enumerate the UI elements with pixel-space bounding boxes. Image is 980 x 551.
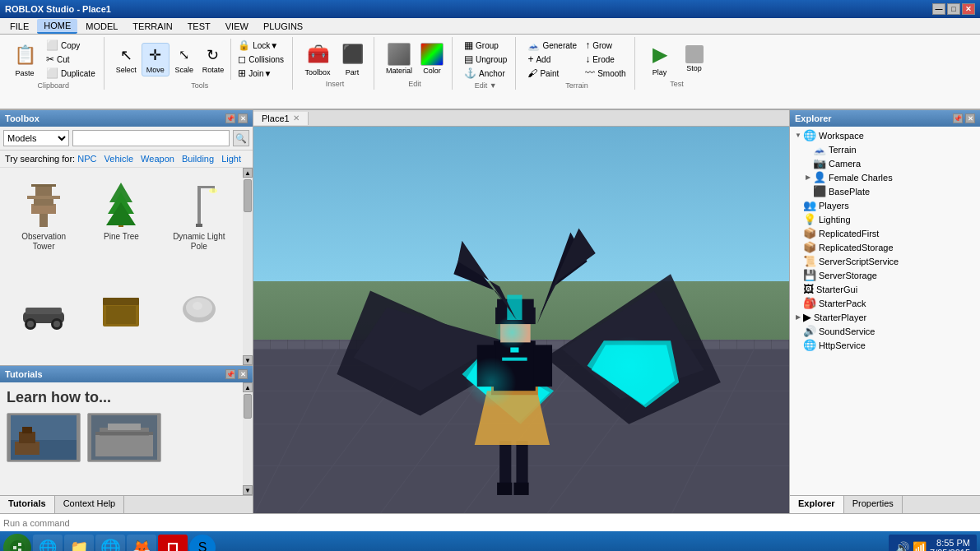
- toolbox-button[interactable]: 🧰 Toolbox: [301, 39, 334, 78]
- tree-camera[interactable]: 📷 Camera: [790, 156, 980, 170]
- search-button[interactable]: 🔍: [233, 130, 249, 146]
- grow-button[interactable]: ↑ Grow: [582, 39, 629, 52]
- toolbox-item-pine-tree[interactable]: Pine Tree: [84, 174, 158, 275]
- suggestion-weapon[interactable]: Weapon: [141, 154, 174, 164]
- toolbox-scrollbar[interactable]: ▲ ▼: [243, 168, 253, 365]
- menu-file[interactable]: FILE: [3, 20, 35, 33]
- tray-network-icon[interactable]: 📶: [913, 541, 927, 551]
- toolbox-item-light-pole[interactable]: Dynamic Light Pole: [162, 174, 236, 275]
- copy-button[interactable]: ⬜ Copy: [43, 39, 99, 52]
- suggestion-building[interactable]: Building: [182, 154, 214, 164]
- play-button[interactable]: ▶ Play: [643, 39, 676, 78]
- color-button[interactable]: Color: [417, 41, 447, 76]
- lock-button[interactable]: 🔒 Lock▼: [235, 39, 287, 52]
- tree-http-service[interactable]: 🌐 HttpService: [790, 338, 980, 352]
- tree-replicated-storage[interactable]: 📦 ReplicatedStorage: [790, 240, 980, 254]
- chrome-button[interactable]: 🌐: [95, 535, 125, 551]
- stop-button[interactable]: Stop: [678, 44, 711, 74]
- tree-lighting[interactable]: 💡 Lighting: [790, 212, 980, 226]
- explorer-tab-properties[interactable]: Properties: [844, 496, 903, 513]
- menu-plugins[interactable]: PLUGINS: [257, 20, 309, 33]
- tree-players[interactable]: 👥 Players: [790, 198, 980, 212]
- start-button[interactable]: [3, 534, 31, 551]
- menu-model[interactable]: MODEL: [79, 20, 124, 33]
- explorer-tab-explorer[interactable]: Explorer: [790, 496, 844, 513]
- tray-sound-icon[interactable]: 🔊: [895, 541, 909, 551]
- toolbox-close-button[interactable]: ✕: [238, 113, 248, 123]
- file-explorer-button[interactable]: 📁: [64, 535, 94, 551]
- material-button[interactable]: Material: [383, 41, 416, 76]
- close-button[interactable]: ✕: [962, 3, 975, 15]
- tree-female-charles[interactable]: ▶ 👤 Female Charles: [790, 170, 980, 184]
- viewport-tab-close[interactable]: ✕: [293, 113, 300, 123]
- part-button[interactable]: ⬛ Part: [336, 39, 369, 78]
- toolbox-item-4[interactable]: [7, 278, 81, 359]
- tutorials-pin-button[interactable]: 📌: [225, 369, 235, 379]
- generate-button[interactable]: 🗻 Generate: [524, 39, 580, 52]
- toolbox-item-5[interactable]: [84, 278, 158, 359]
- explorer-pin-button[interactable]: 📌: [953, 113, 963, 123]
- explorer-close-button[interactable]: ✕: [965, 113, 975, 123]
- ie-button[interactable]: 🌐: [33, 535, 63, 551]
- join-button[interactable]: ⊞ Join▼: [235, 67, 287, 80]
- paste-button[interactable]: 📋 Paste: [8, 40, 41, 79]
- tree-server-storage[interactable]: 💾 ServerStorage: [790, 268, 980, 282]
- tab-tutorials[interactable]: Tutorials: [0, 496, 55, 513]
- tut-scroll-down[interactable]: ▼: [243, 485, 253, 495]
- suggestion-light[interactable]: Light: [221, 154, 241, 164]
- smooth-button[interactable]: 〰 Smooth: [582, 67, 629, 80]
- model-dropdown[interactable]: Models Decals Audio Plugins: [3, 130, 69, 146]
- scroll-down[interactable]: ▼: [243, 355, 253, 365]
- toolbox-item-6[interactable]: [162, 278, 236, 359]
- tree-starter-player[interactable]: ▶ ▶ StarterPlayer: [790, 310, 980, 324]
- toolbox-item-observation-tower[interactable]: Observation Tower: [7, 174, 81, 275]
- menu-terrain[interactable]: TERRAIN: [126, 20, 179, 33]
- taskbar-clock[interactable]: 8:55 PM 7/25/2015: [930, 538, 970, 551]
- maximize-button[interactable]: □: [947, 3, 960, 15]
- tutorials-close-button[interactable]: ✕: [238, 369, 248, 379]
- tree-terrain[interactable]: 🗻 Terrain: [790, 142, 980, 156]
- tree-workspace[interactable]: ▼ 🌐 Workspace: [790, 128, 980, 142]
- collisions-button[interactable]: ◻ Collisions: [235, 53, 287, 66]
- suggestion-vehicle[interactable]: Vehicle: [105, 154, 133, 164]
- minimize-button[interactable]: —: [932, 3, 945, 15]
- menu-test[interactable]: TEST: [181, 20, 217, 33]
- tree-replicated-first[interactable]: 📦 ReplicatedFirst: [790, 226, 980, 240]
- cut-button[interactable]: ✂ Cut: [43, 53, 99, 66]
- viewport-canvas[interactable]: [253, 127, 789, 513]
- firefox-button[interactable]: 🦊: [127, 535, 156, 551]
- scroll-up[interactable]: ▲: [243, 168, 253, 178]
- duplicate-button[interactable]: ⬜ Duplicate: [43, 67, 99, 80]
- ungroup-button[interactable]: ▤ Ungroup: [461, 53, 510, 66]
- skype-button[interactable]: S: [189, 535, 216, 551]
- anchor-button[interactable]: ⚓ Anchor: [461, 67, 510, 80]
- tree-server-script-service[interactable]: 📜 ServerScriptService: [790, 254, 980, 268]
- scroll-thumb[interactable]: [244, 179, 252, 212]
- tree-sound-service[interactable]: 🔊 SoundService: [790, 324, 980, 338]
- tree-starter-pack[interactable]: 🎒 StarterPack: [790, 296, 980, 310]
- group-button[interactable]: ▦ Group: [461, 39, 510, 52]
- suggestion-npc[interactable]: NPC: [77, 154, 96, 164]
- tut-scroll-up[interactable]: ▲: [243, 382, 253, 392]
- tree-baseplate[interactable]: ⬛ BasePlate: [790, 184, 980, 198]
- scale-button[interactable]: ⤡ Scale: [171, 44, 197, 76]
- command-input[interactable]: [3, 518, 977, 528]
- rotate-button[interactable]: ↻ Rotate: [199, 44, 228, 76]
- select-button[interactable]: ↖ Select: [113, 44, 140, 76]
- tutorial-item-2[interactable]: [87, 413, 161, 462]
- erode-button[interactable]: ↓ Erode: [582, 53, 629, 66]
- viewport-tab-place1[interactable]: Place1 ✕: [253, 112, 309, 125]
- add-terrain-button[interactable]: + Add: [524, 53, 580, 66]
- tutorial-item-1[interactable]: [7, 413, 81, 462]
- tut-scroll-thumb[interactable]: [244, 394, 252, 419]
- tree-starter-gui[interactable]: 🖼 StarterGui: [790, 282, 980, 296]
- toolbox-pin-button[interactable]: 📌: [225, 113, 235, 123]
- tab-context-help[interactable]: Context Help: [55, 496, 125, 513]
- search-input[interactable]: [72, 130, 230, 146]
- menu-view[interactable]: VIEW: [219, 20, 255, 33]
- menu-home[interactable]: HOME: [37, 19, 77, 34]
- move-button[interactable]: ✛ Move: [142, 43, 170, 76]
- tutorials-scrollbar[interactable]: ▲ ▼: [243, 382, 253, 495]
- roblox-button[interactable]: [158, 535, 188, 551]
- paint-button[interactable]: 🖌 Paint: [524, 67, 580, 80]
